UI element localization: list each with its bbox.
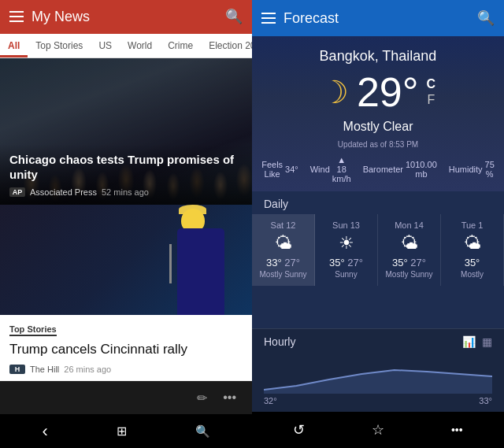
wind-label: Wind: [310, 165, 330, 174]
hourly-title: Hourly: [264, 335, 295, 348]
chart-view-icon[interactable]: 📊: [462, 335, 476, 348]
hamburger-icon[interactable]: [9, 11, 24, 22]
edit-icon[interactable]: ✏: [197, 391, 207, 405]
barometer-value: 1010.00 mb: [406, 160, 437, 179]
unit-c[interactable]: C: [427, 77, 436, 91]
high-tue: 35°: [465, 257, 480, 268]
card1-source-name: Associated Press: [30, 187, 97, 197]
weather-units: C F: [427, 77, 436, 107]
barometer: Barometer 1010.00 mb: [363, 155, 437, 183]
daily-icon-tue: 🌤: [447, 233, 497, 254]
daily-day-name-sat: Sat 12: [258, 220, 308, 230]
back-button-left[interactable]: ‹: [42, 421, 47, 442]
search-icon-left[interactable]: 🔍: [225, 8, 243, 25]
news-card-1[interactable]: Chicago chaos tests Trump promises of un…: [0, 58, 252, 204]
card2-source-name: The Hill: [30, 365, 59, 374]
left-tabs: All Top Stories US World Crime Election …: [0, 34, 252, 59]
feels-like-value: 34°: [285, 165, 298, 174]
high-sat: 33°: [266, 257, 282, 268]
hourly-chart-svg: [264, 354, 492, 394]
daily-temps-sun: 35° 27°: [321, 257, 371, 268]
low-sat: 27°: [284, 257, 300, 268]
tab-world[interactable]: World: [120, 34, 160, 58]
daily-desc-sat: Mostly Sunny: [258, 270, 308, 280]
daily-desc-sun: Sunny: [321, 270, 371, 280]
card2-time: 26 mins ago: [64, 365, 111, 374]
news-card-2[interactable]: Top Stories Trump cancels Cincinnati ral…: [0, 205, 252, 381]
search-button-left[interactable]: 🔍: [195, 424, 210, 439]
refresh-icon-right[interactable]: ↺: [293, 421, 305, 439]
more-icon[interactable]: •••: [223, 391, 236, 405]
daily-icon-sun: ☀: [321, 233, 371, 254]
daily-day-mon[interactable]: Mon 14 🌤 35° 27° Mostly Sunny: [378, 214, 441, 286]
hamburger-icon-right[interactable]: [261, 13, 276, 24]
right-taskbar: ↺ ☆ •••: [252, 412, 504, 448]
hourly-header-row: Hourly 📊 ▦: [264, 335, 492, 348]
wind-value: ▲ 18 km/h: [332, 155, 351, 183]
left-action-icons: ✏ •••: [197, 391, 236, 405]
right-panel: Forecast 🔍 Bangkok, Thailand ☽ 29° C F M…: [252, 0, 504, 448]
weather-temp-row: ☽ 29° C F: [268, 68, 488, 116]
left-header: My News 🔍: [0, 0, 252, 34]
daily-grid: Sat 12 🌤 33° 27° Mostly Sunny Sun 13 ☀ 3…: [252, 214, 504, 286]
low-sun: 27°: [347, 257, 363, 268]
card1-source-badge: AP: [9, 187, 25, 197]
moon-icon: ☽: [321, 74, 349, 110]
card1-source-row: AP Associated Press 52 mins ago: [9, 187, 243, 197]
left-action-bar: ✏ •••: [0, 381, 252, 415]
left-panel: My News 🔍 All Top Stories US World Crime…: [0, 0, 252, 448]
star-icon-right[interactable]: ☆: [372, 421, 384, 439]
hourly-temp-labels: 32° 33°: [264, 396, 492, 405]
hourly-chart: [264, 354, 492, 394]
right-header: Forecast 🔍: [252, 0, 504, 36]
more-icon-right[interactable]: •••: [451, 424, 463, 436]
tab-top-stories[interactable]: Top Stories: [28, 34, 91, 58]
daily-temps-mon: 35° 27°: [384, 257, 434, 268]
daily-section: Daily Sat 12 🌤 33° 27° Mostly Sunny Sun …: [252, 191, 504, 328]
card2-source-badge: H: [9, 365, 25, 374]
hourly-temp-2: 33°: [479, 396, 492, 405]
weather-updated: Updated as of 8:53 PM: [268, 140, 488, 149]
tab-all[interactable]: All: [0, 34, 28, 58]
daily-temps-tue: 35°: [447, 257, 497, 268]
daily-icon-mon: 🌤: [384, 233, 434, 254]
card2-source-row: H The Hill 26 mins ago: [9, 365, 243, 374]
daily-icon-sat: 🌤: [258, 233, 308, 254]
unit-f[interactable]: F: [427, 93, 436, 107]
daily-day-name-mon: Mon 14: [384, 220, 434, 230]
weather-city: Bangkok, Thailand: [268, 48, 488, 65]
search-icon-right[interactable]: 🔍: [477, 9, 495, 27]
daily-day-sun[interactable]: Sun 13 ☀ 35° 27° Sunny: [315, 214, 378, 286]
left-header-left: My News: [9, 9, 90, 25]
trump-figure: [165, 213, 228, 315]
trump-suit: [177, 228, 224, 315]
tab-election[interactable]: Election 2016: [201, 34, 252, 58]
card1-headline: Chicago chaos tests Trump promises of un…: [9, 152, 243, 183]
home-button-left[interactable]: ⊞: [117, 424, 127, 439]
high-sun: 35°: [329, 257, 345, 268]
hourly-section: Hourly 📊 ▦ 32° 33°: [252, 328, 504, 412]
daily-day-sat[interactable]: Sat 12 🌤 33° 27° Mostly Sunny: [252, 214, 315, 286]
weather-temp: 29°: [357, 68, 419, 116]
card2-content: Top Stories Trump cancels Cincinnati ral…: [0, 315, 252, 380]
tab-us[interactable]: US: [91, 34, 120, 58]
app-title-mynews: My News: [32, 9, 90, 25]
card2-headline: Trump cancels Cincinnati rally: [9, 341, 243, 358]
humidity-value: 75 %: [485, 160, 495, 179]
barometer-label: Barometer: [363, 165, 403, 174]
feels-like-label: Feels Like: [261, 160, 283, 179]
daily-day-tue[interactable]: Tue 1 🌤 35° Mostly: [441, 214, 504, 286]
table-view-icon[interactable]: ▦: [482, 335, 492, 348]
high-mon: 35°: [392, 257, 408, 268]
right-header-left: Forecast: [261, 10, 339, 27]
weather-main: Bangkok, Thailand ☽ 29° C F Mostly Clear…: [252, 36, 504, 191]
daily-desc-mon: Mostly Sunny: [384, 270, 434, 280]
daily-day-name-tue: Tue 1: [447, 220, 497, 230]
weather-details: Feels Like 34° Wind ▲ 18 km/h Barometer …: [268, 155, 488, 183]
daily-temps-sat: 33° 27°: [258, 257, 308, 268]
tab-crime[interactable]: Crime: [160, 34, 201, 58]
humidity-label: Humidity: [449, 165, 483, 174]
hourly-view-icons: 📊 ▦: [462, 335, 492, 348]
daily-desc-tue: Mostly: [447, 270, 497, 280]
low-mon: 27°: [410, 257, 426, 268]
